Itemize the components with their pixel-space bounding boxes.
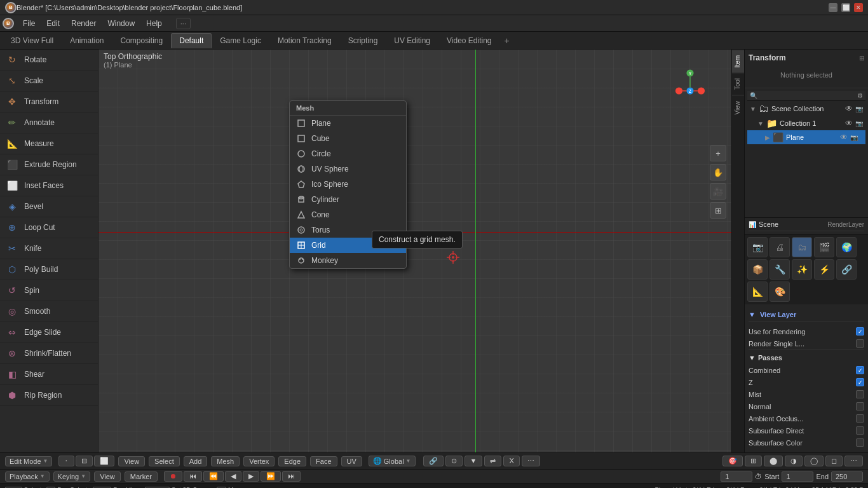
- skip-start-btn[interactable]: ⏮: [184, 471, 202, 482]
- tab-video-editing[interactable]: Video Editing: [438, 33, 500, 48]
- menu-item-edit[interactable]: Edit: [41, 18, 65, 29]
- menu-item-render[interactable]: Render: [66, 18, 101, 29]
- tool-shear[interactable]: ◧ Shear: [0, 364, 98, 385]
- tool-transform[interactable]: ✥ Transform: [0, 92, 98, 112]
- tab-compositing[interactable]: Compositing: [112, 33, 172, 48]
- viewport-shading-3[interactable]: ◯: [804, 456, 824, 466]
- viewport-extra-2[interactable]: ⋯: [844, 456, 863, 466]
- pass-normal-checkbox[interactable]: [856, 402, 864, 410]
- tool-knife[interactable]: ✂ Knife: [0, 238, 98, 259]
- tool-scale[interactable]: ⤡ Scale: [0, 71, 98, 92]
- face-mode-btn[interactable]: ⬜: [94, 456, 114, 466]
- collection-1-eye-icon[interactable]: 👁: [845, 119, 853, 128]
- pass-z-checkbox[interactable]: ✓: [856, 378, 864, 386]
- mesh-item-uv-sphere[interactable]: UV Sphere: [290, 161, 406, 177]
- extra-btn[interactable]: ⋯: [522, 456, 540, 466]
- viewport[interactable]: Top Orthographic (1) Plane Y Z + ✋ 🎥 ⊞: [98, 50, 731, 452]
- close-button[interactable]: ✕: [854, 3, 863, 12]
- tool-rip-region[interactable]: ⬢ Rip Region: [0, 385, 98, 406]
- mesh-item-plane[interactable]: Plane: [290, 116, 406, 131]
- object-properties-btn[interactable]: 📦: [747, 259, 768, 280]
- tool-extrude-region[interactable]: ⬛ Extrude Region: [0, 154, 98, 175]
- mesh-item-cube[interactable]: Cube: [290, 131, 406, 146]
- mesh-item-monkey[interactable]: Monkey: [290, 253, 406, 268]
- tool-annotate[interactable]: ✏ Annotate: [0, 112, 98, 133]
- minimize-button[interactable]: —: [829, 3, 837, 12]
- tool-inset-faces[interactable]: ⬜ Inset Faces: [0, 175, 98, 196]
- tool-spin[interactable]: ↺ Spin: [0, 280, 98, 301]
- render-single-layer-checkbox[interactable]: [856, 339, 864, 348]
- edge-mode-btn[interactable]: ⊟: [76, 456, 93, 466]
- tab-scripting[interactable]: Scripting: [340, 33, 386, 48]
- current-frame-input[interactable]: [721, 471, 752, 482]
- add-btn[interactable]: Add: [184, 456, 208, 466]
- mesh-btn[interactable]: Mesh: [211, 456, 240, 466]
- menu-item-help[interactable]: Help: [141, 18, 167, 29]
- render-properties-btn[interactable]: 📷: [747, 237, 768, 257]
- mesh-item-ico-sphere[interactable]: Ico Sphere: [290, 177, 406, 192]
- particles-btn[interactable]: ✨: [792, 259, 812, 280]
- tool-shrink-flatten[interactable]: ⊛ Shrink/Flatten: [0, 343, 98, 364]
- tab-motion-tracking[interactable]: Motion Tracking: [269, 33, 340, 48]
- proportional-edit-btn[interactable]: ⊙: [445, 456, 463, 466]
- uv-btn[interactable]: UV: [341, 456, 362, 466]
- vertex-btn[interactable]: Vertex: [243, 456, 275, 466]
- record-btn[interactable]: ⏺: [164, 471, 182, 482]
- axis-gizmo[interactable]: Y Z: [668, 69, 712, 113]
- data-btn[interactable]: 📐: [747, 281, 768, 302]
- transform-expand-icon[interactable]: ⊞: [859, 55, 864, 62]
- tab-3d-view-full[interactable]: 3D View Full: [3, 33, 62, 48]
- zoom-in-button[interactable]: +: [710, 145, 726, 161]
- add-workspace-button[interactable]: +: [500, 34, 514, 48]
- play-btn[interactable]: ▶: [243, 471, 259, 482]
- pass-ambient-occlusion-checkbox[interactable]: [856, 414, 864, 423]
- tool-poly-build[interactable]: ⬡ Poly Build: [0, 259, 98, 280]
- mesh-item-cylinder[interactable]: Cylinder: [290, 192, 406, 207]
- step-fwd-btn[interactable]: ⏩: [261, 471, 281, 482]
- tool-loop-cut[interactable]: ⊕ Loop Cut: [0, 217, 98, 238]
- constraints-btn[interactable]: 🔗: [836, 259, 857, 280]
- face-btn[interactable]: Face: [310, 456, 337, 466]
- camera-button[interactable]: 🎥: [710, 183, 726, 200]
- view-all-workspaces-btn[interactable]: ···: [176, 18, 191, 29]
- outliner-item-plane[interactable]: ▶ ⬛ Plane 👁 📷: [747, 130, 865, 144]
- x-mirror-btn[interactable]: X: [503, 456, 519, 466]
- move-view-button[interactable]: ✋: [710, 164, 726, 180]
- menu-item-file[interactable]: File: [18, 18, 40, 29]
- passes-header[interactable]: ▼ Passes: [749, 349, 864, 364]
- side-tab-item[interactable]: Item: [732, 50, 744, 72]
- tab-uv-editing[interactable]: UV Editing: [386, 33, 438, 48]
- tab-default[interactable]: Default: [171, 33, 212, 48]
- world-properties-btn[interactable]: 🌍: [836, 237, 857, 257]
- keying-dropdown[interactable]: Keying ▼: [53, 471, 91, 482]
- tab-animation[interactable]: Animation: [62, 33, 112, 48]
- skip-end-btn[interactable]: ⏭: [282, 471, 301, 482]
- tool-edge-slide[interactable]: ⇔ Edge Slide: [0, 322, 98, 343]
- outliner-filter-icon[interactable]: ⚙: [857, 92, 863, 99]
- mesh-item-circle[interactable]: Circle: [290, 146, 406, 161]
- viewport-shading-4[interactable]: ◻: [825, 456, 843, 466]
- view-btn[interactable]: View: [118, 456, 145, 466]
- timeline-marker-btn[interactable]: Marker: [125, 471, 158, 482]
- modifier-properties-btn[interactable]: 🔧: [770, 259, 790, 280]
- collection-1-camera-icon[interactable]: 📷: [855, 120, 863, 127]
- viewport-shading-2[interactable]: ◑: [785, 456, 803, 466]
- scene-collection-camera-icon[interactable]: 📷: [855, 105, 863, 112]
- select-btn[interactable]: Select: [149, 456, 180, 466]
- edit-mode-dropdown[interactable]: Edit Mode ▼: [5, 456, 52, 466]
- tool-measure[interactable]: 📐 Measure: [0, 133, 98, 154]
- view-layer-properties-btn[interactable]: 🗂: [792, 237, 812, 257]
- side-tab-view[interactable]: View: [732, 95, 744, 120]
- plane-camera-icon[interactable]: 📷: [850, 134, 858, 141]
- tool-bevel[interactable]: ◈ Bevel: [0, 196, 98, 217]
- scene-collection-header[interactable]: ▼ 🗂 Scene Collection 👁 📷: [747, 101, 865, 116]
- viewport-shading-1[interactable]: ⬤: [764, 456, 783, 466]
- viewport-overlay-btn[interactable]: ⊞: [745, 456, 762, 466]
- material-btn[interactable]: 🎨: [770, 281, 790, 302]
- scene-collection-eye-icon[interactable]: 👁: [845, 104, 853, 113]
- physics-btn[interactable]: ⚡: [814, 259, 834, 280]
- play-back-btn[interactable]: ◀: [225, 471, 241, 482]
- side-tab-tool[interactable]: Tool: [732, 72, 744, 95]
- playback-dropdown[interactable]: Playback ▼: [5, 471, 50, 482]
- output-properties-btn[interactable]: 🖨: [770, 237, 790, 257]
